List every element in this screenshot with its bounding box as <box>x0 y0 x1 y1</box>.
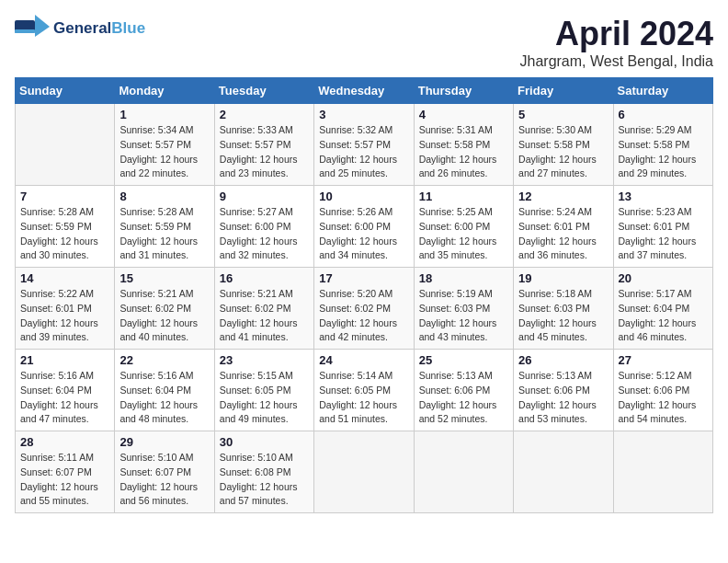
day-info: Sunrise: 5:28 AMSunset: 5:59 PMDaylight:… <box>20 205 109 263</box>
day-number: 14 <box>20 271 109 285</box>
calendar-day-cell: 6Sunrise: 5:29 AMSunset: 5:58 PMDaylight… <box>613 104 712 186</box>
calendar-day-cell: 8Sunrise: 5:28 AMSunset: 5:59 PMDaylight… <box>115 186 214 268</box>
day-number: 21 <box>20 353 109 367</box>
calendar-week-row: 14Sunrise: 5:22 AMSunset: 6:01 PMDayligh… <box>16 268 713 350</box>
day-info: Sunrise: 5:12 AMSunset: 6:06 PMDaylight:… <box>619 369 708 427</box>
day-info: Sunrise: 5:10 AMSunset: 6:07 PMDaylight:… <box>119 451 209 509</box>
calendar-day-cell: 2Sunrise: 5:33 AMSunset: 5:57 PMDaylight… <box>214 104 313 186</box>
day-info: Sunrise: 5:34 AMSunset: 5:57 PMDaylight:… <box>119 123 209 181</box>
calendar-col-header: Saturday <box>613 78 712 104</box>
day-number: 26 <box>518 353 608 367</box>
calendar-day-cell: 22Sunrise: 5:16 AMSunset: 6:04 PMDayligh… <box>115 350 214 431</box>
day-info: Sunrise: 5:16 AMSunset: 6:04 PMDaylight:… <box>119 369 209 427</box>
calendar-week-row: 28Sunrise: 5:11 AMSunset: 6:07 PMDayligh… <box>16 431 713 513</box>
day-number: 22 <box>119 353 209 367</box>
calendar-day-cell: 15Sunrise: 5:21 AMSunset: 6:02 PMDayligh… <box>115 268 214 350</box>
day-number: 10 <box>319 190 408 203</box>
calendar-col-header: Monday <box>115 78 214 104</box>
day-number: 18 <box>419 271 508 285</box>
day-number: 3 <box>319 108 408 121</box>
day-number: 24 <box>319 353 408 367</box>
day-number: 16 <box>220 271 309 285</box>
calendar-day-cell: 23Sunrise: 5:15 AMSunset: 6:05 PMDayligh… <box>214 350 313 431</box>
calendar-day-cell: 12Sunrise: 5:24 AMSunset: 6:01 PMDayligh… <box>514 186 613 268</box>
calendar-day-cell: 17Sunrise: 5:20 AMSunset: 6:02 PMDayligh… <box>314 268 414 350</box>
day-number: 1 <box>119 108 209 121</box>
day-info: Sunrise: 5:10 AMSunset: 6:08 PMDaylight:… <box>220 451 309 509</box>
day-info: Sunrise: 5:13 AMSunset: 6:06 PMDaylight:… <box>419 369 508 427</box>
calendar-col-header: Thursday <box>414 78 513 104</box>
day-number: 13 <box>619 190 708 203</box>
day-number: 2 <box>220 108 309 121</box>
calendar-day-cell: 19Sunrise: 5:18 AMSunset: 6:03 PMDayligh… <box>514 268 613 350</box>
day-number: 19 <box>518 271 608 285</box>
svg-marker-1 <box>35 15 50 37</box>
calendar-day-cell: 29Sunrise: 5:10 AMSunset: 6:07 PMDayligh… <box>115 431 214 513</box>
day-number: 29 <box>119 435 209 449</box>
calendar-day-cell: 21Sunrise: 5:16 AMSunset: 6:04 PMDayligh… <box>16 350 115 431</box>
day-info: Sunrise: 5:17 AMSunset: 6:04 PMDaylight:… <box>619 287 708 345</box>
day-info: Sunrise: 5:20 AMSunset: 6:02 PMDaylight:… <box>319 287 408 345</box>
day-number: 8 <box>119 190 209 203</box>
page-header: GeneralBlue April 2024 Jhargram, West Be… <box>15 15 713 70</box>
day-number: 20 <box>619 271 708 285</box>
day-number: 7 <box>20 190 109 203</box>
day-info: Sunrise: 5:18 AMSunset: 6:03 PMDaylight:… <box>518 287 608 345</box>
day-info: Sunrise: 5:15 AMSunset: 6:05 PMDaylight:… <box>220 369 309 427</box>
day-info: Sunrise: 5:22 AMSunset: 6:01 PMDaylight:… <box>20 287 109 345</box>
calendar-day-cell: 27Sunrise: 5:12 AMSunset: 6:06 PMDayligh… <box>613 350 712 431</box>
day-number: 15 <box>119 271 209 285</box>
calendar-day-cell <box>414 431 513 513</box>
calendar-col-header: Friday <box>514 78 613 104</box>
location: Jhargram, West Bengal, India <box>520 53 713 70</box>
day-number: 5 <box>518 108 608 121</box>
day-info: Sunrise: 5:13 AMSunset: 6:06 PMDaylight:… <box>518 369 608 427</box>
calendar-day-cell: 28Sunrise: 5:11 AMSunset: 6:07 PMDayligh… <box>16 431 115 513</box>
day-info: Sunrise: 5:19 AMSunset: 6:03 PMDaylight:… <box>419 287 508 345</box>
calendar-week-row: 7Sunrise: 5:28 AMSunset: 5:59 PMDaylight… <box>16 186 713 268</box>
calendar-day-cell <box>16 104 115 186</box>
logo-icon <box>15 15 50 42</box>
day-number: 30 <box>220 435 309 449</box>
day-number: 4 <box>419 108 508 121</box>
calendar-day-cell: 11Sunrise: 5:25 AMSunset: 6:00 PMDayligh… <box>414 186 513 268</box>
day-info: Sunrise: 5:30 AMSunset: 5:58 PMDaylight:… <box>518 123 608 181</box>
day-number: 23 <box>220 353 309 367</box>
calendar-day-cell: 13Sunrise: 5:23 AMSunset: 6:01 PMDayligh… <box>613 186 712 268</box>
day-number: 11 <box>419 190 508 203</box>
day-info: Sunrise: 5:14 AMSunset: 6:05 PMDaylight:… <box>319 369 408 427</box>
calendar-day-cell: 9Sunrise: 5:27 AMSunset: 6:00 PMDaylight… <box>214 186 313 268</box>
calendar-day-cell: 7Sunrise: 5:28 AMSunset: 5:59 PMDaylight… <box>16 186 115 268</box>
day-info: Sunrise: 5:25 AMSunset: 6:00 PMDaylight:… <box>419 205 508 263</box>
calendar-day-cell <box>514 431 613 513</box>
calendar-day-cell: 1Sunrise: 5:34 AMSunset: 5:57 PMDaylight… <box>115 104 214 186</box>
calendar-col-header: Wednesday <box>314 78 414 104</box>
day-info: Sunrise: 5:28 AMSunset: 5:59 PMDaylight:… <box>119 205 209 263</box>
calendar-week-row: 21Sunrise: 5:16 AMSunset: 6:04 PMDayligh… <box>16 350 713 431</box>
day-info: Sunrise: 5:33 AMSunset: 5:57 PMDaylight:… <box>220 123 309 181</box>
month-title: April 2024 <box>520 15 713 53</box>
calendar-header-row: SundayMondayTuesdayWednesdayThursdayFrid… <box>16 78 713 104</box>
calendar-col-header: Tuesday <box>214 78 313 104</box>
day-info: Sunrise: 5:11 AMSunset: 6:07 PMDaylight:… <box>20 451 109 509</box>
calendar-col-header: Sunday <box>16 78 115 104</box>
calendar-day-cell: 10Sunrise: 5:26 AMSunset: 6:00 PMDayligh… <box>314 186 414 268</box>
calendar-day-cell: 25Sunrise: 5:13 AMSunset: 6:06 PMDayligh… <box>414 350 513 431</box>
calendar-day-cell: 20Sunrise: 5:17 AMSunset: 6:04 PMDayligh… <box>613 268 712 350</box>
logo-text: GeneralBlue <box>53 19 145 38</box>
day-info: Sunrise: 5:31 AMSunset: 5:58 PMDaylight:… <box>419 123 508 181</box>
day-info: Sunrise: 5:21 AMSunset: 6:02 PMDaylight:… <box>119 287 209 345</box>
day-info: Sunrise: 5:21 AMSunset: 6:02 PMDaylight:… <box>220 287 309 345</box>
calendar-day-cell: 30Sunrise: 5:10 AMSunset: 6:08 PMDayligh… <box>214 431 313 513</box>
day-number: 17 <box>319 271 408 285</box>
calendar-day-cell: 3Sunrise: 5:32 AMSunset: 5:57 PMDaylight… <box>314 104 414 186</box>
day-number: 12 <box>518 190 608 203</box>
calendar-day-cell: 14Sunrise: 5:22 AMSunset: 6:01 PMDayligh… <box>16 268 115 350</box>
calendar-day-cell: 26Sunrise: 5:13 AMSunset: 6:06 PMDayligh… <box>514 350 613 431</box>
calendar-table: SundayMondayTuesdayWednesdayThursdayFrid… <box>15 77 713 513</box>
calendar-body: 1Sunrise: 5:34 AMSunset: 5:57 PMDaylight… <box>16 104 713 513</box>
svg-rect-2 <box>15 29 35 33</box>
day-info: Sunrise: 5:26 AMSunset: 6:00 PMDaylight:… <box>319 205 408 263</box>
day-info: Sunrise: 5:32 AMSunset: 5:57 PMDaylight:… <box>319 123 408 181</box>
day-number: 9 <box>220 190 309 203</box>
